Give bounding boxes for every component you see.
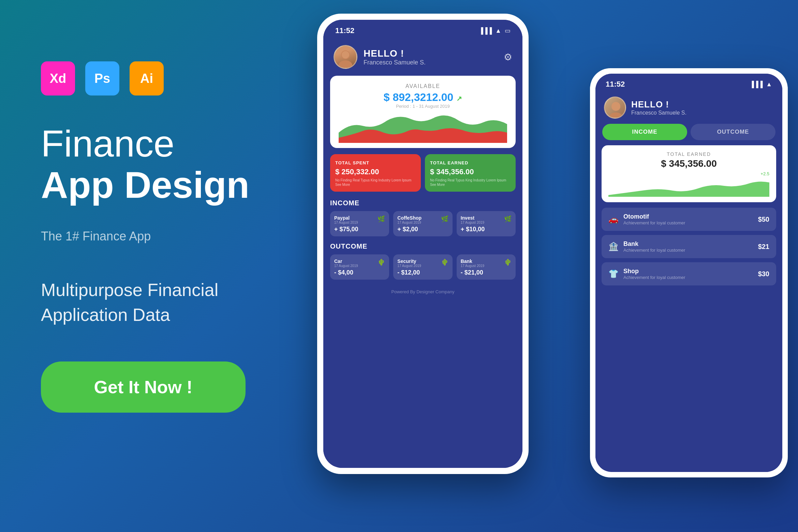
status-time-second: 11:52	[606, 80, 625, 89]
svg-point-1	[339, 60, 352, 69]
earned-amount: $ 345,356.00	[608, 158, 769, 169]
balance-chart	[339, 112, 507, 143]
notch-main	[393, 26, 441, 35]
status-icons-main: ▐▐▐ ▲ ▭	[479, 27, 511, 34]
phone-main: 11:52 ▐▐▐ ▲ ▭	[317, 14, 529, 474]
svg-point-2	[342, 51, 349, 59]
income-cards-row: Paypal 17 August 2019 🌿 + $75,00 CoffeSh…	[330, 211, 516, 236]
app-body-second: TOTAL EARNED $ 345,356.00 +2.5 🚗	[595, 145, 782, 472]
phones-area: 11:52 ▐▐▐ ▲ ▭	[269, 0, 798, 532]
app-header-second: HELLO ! Francesco Samuele S.	[595, 91, 782, 124]
avatar-second	[604, 97, 626, 119]
total-earned-card: TOTAL EARNED $ 345,356.00 No Finding Rea…	[425, 154, 516, 192]
outcome-card-security: Security 17 August 2019 🌵 - $12,00	[393, 254, 452, 280]
income-card-invest: Invest 17 August 2019 🌿 + $10,00	[457, 211, 516, 236]
tab-row-second: INCOME OUTCOME	[595, 124, 782, 145]
balance-card-main: AVAILABLE $ 892,3212.00 ↗ Period : 1 - 3…	[330, 76, 516, 148]
username-second: Francesco Samuele S.	[631, 110, 774, 116]
earned-chart	[608, 176, 769, 197]
income-section-title: INCOME	[330, 199, 516, 207]
powered-text: Powered By Designer Company	[330, 286, 516, 298]
income-card-coffeeshop: CoffeShop 17 August 2019 🌿 + $2,00	[393, 211, 452, 236]
subtitle-small: The 1# Finance App	[41, 229, 266, 243]
status-icons-second: ▐▐▐ ▲	[750, 81, 772, 88]
phone-second: 11:52 ▐▐▐ ▲ HELLO ! Francesco Samuele S.	[590, 68, 788, 477]
status-bar-main: 11:52 ▐▐▐ ▲ ▭	[323, 20, 522, 38]
username-main: Francesco Samuele S.	[364, 59, 504, 66]
earned-label: TOTAL EARNED	[608, 151, 769, 157]
subtitle-large: Multipurpose FinancialApplication Data	[41, 278, 266, 327]
title-block: Finance App Design	[41, 123, 266, 205]
app-header-main: HELLO ! Francesco Samuele S. ⚙	[323, 38, 522, 76]
title-bold: App Design	[41, 164, 266, 205]
outcome-card-bank: Bank 17 August 2019 🌵 - $21,00	[457, 254, 516, 280]
cta-button[interactable]: Get It Now !	[41, 361, 246, 413]
battery-icon: ▭	[505, 27, 511, 34]
tool-icons: Xd Ps Ai	[41, 61, 266, 95]
balance-period: Period : 1 - 31 August 2019	[339, 104, 507, 109]
outcome-cards-row: Car 17 August 2019 🌵 - $4,00 Security 17…	[330, 254, 516, 280]
greeting-second: HELLO !	[631, 99, 774, 110]
bank-icon: 🌵	[504, 258, 512, 266]
left-panel: Xd Ps Ai Finance App Design The 1# Finan…	[0, 0, 307, 532]
shop-icon: 👕	[608, 269, 619, 279]
signal-icon: ▐▐▐	[479, 27, 492, 34]
security-icon: 🌵	[441, 258, 448, 266]
ps-icon: Ps	[85, 61, 119, 95]
outcome-section-title: OUTCOME	[330, 242, 516, 250]
ai-icon: Ai	[130, 61, 164, 95]
svg-point-4	[609, 113, 623, 119]
app-body-main: AVAILABLE $ 892,3212.00 ↗ Period : 1 - 3…	[323, 76, 522, 468]
settings-icon-main[interactable]: ⚙	[504, 51, 512, 63]
status-time-main: 11:52	[335, 26, 354, 35]
balance-amount: $ 892,3212.00 ↗	[339, 91, 507, 104]
outcome-card-car: Car 17 August 2019 🌵 - $4,00	[330, 254, 389, 280]
greeting-main: HELLO !	[364, 48, 504, 59]
car-icon: 🌵	[378, 258, 385, 266]
tab-outcome[interactable]: OUTCOME	[691, 124, 775, 140]
available-label: AVAILABLE	[339, 83, 507, 89]
svg-point-3	[611, 102, 620, 111]
income-card-paypal: Paypal 17 August 2019 🌿 + $75,00	[330, 211, 389, 236]
status-bar-second: 11:52 ▐▐▐ ▲	[595, 74, 782, 91]
stats-row: TOTAL SPENT $ 250,332.00 No Finding Real…	[330, 154, 516, 192]
avatar-main	[334, 45, 357, 69]
invest-icon: 🌿	[504, 215, 512, 223]
otomotif-icon: 🚗	[608, 215, 619, 224]
wifi-icon: ▲	[495, 27, 501, 34]
total-spent-card: TOTAL SPENT $ 250,332.00 No Finding Real…	[330, 154, 421, 192]
tab-income[interactable]: INCOME	[602, 124, 687, 140]
list-item-otomotif: 🚗 Otomotif Achievement for loyal custome…	[602, 208, 776, 231]
coffeeshop-icon: 🌿	[441, 215, 448, 223]
signal-icon-2: ▐▐▐	[750, 81, 763, 88]
list-item-shop: 👕 Shop Achievement for loyal customer $3…	[602, 262, 776, 285]
list-item-bank: 🏦 Bank Achievement for loyal customer $2…	[602, 235, 776, 258]
wifi-icon-2: ▲	[766, 81, 772, 88]
paypal-icon: 🌿	[378, 215, 385, 223]
header-text-second: HELLO ! Francesco Samuele S.	[631, 99, 774, 116]
xd-icon: Xd	[41, 61, 75, 95]
earned-change: +2.5	[608, 171, 769, 176]
title-light: Finance	[41, 123, 266, 164]
header-text-main: HELLO ! Francesco Samuele S.	[364, 48, 504, 66]
bank-list-icon: 🏦	[608, 242, 619, 251]
earned-card: TOTAL EARNED $ 345,356.00 +2.5	[602, 145, 776, 202]
